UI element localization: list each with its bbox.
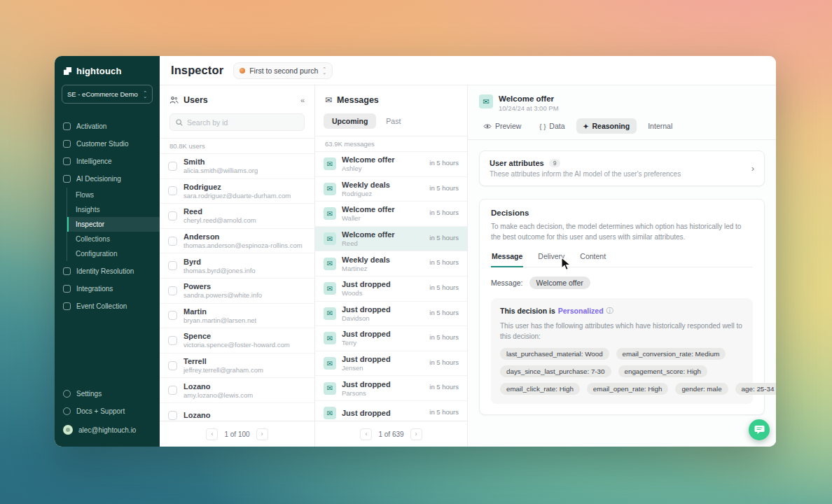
user-row[interactable]: Spencevictoria.spence@foster-howard.com — [160, 328, 314, 354]
user-row[interactable]: Lozano — [160, 403, 314, 421]
tab-preview[interactable]: Preview — [476, 118, 528, 134]
row-checkbox[interactable] — [168, 162, 177, 171]
sidebar-item-event-collection[interactable]: Event Collection — [55, 298, 160, 315]
user-row[interactable]: Rodriguezsara.rodriguez@duarte-durham.co… — [160, 179, 314, 204]
row-checkbox[interactable] — [168, 336, 177, 345]
message-info: Just droppedWoods — [342, 280, 391, 297]
prev-page-button[interactable]: ‹ — [206, 428, 218, 440]
message-row[interactable]: ✉Welcome offerWallerin 5 hours — [315, 202, 467, 227]
tab-reasoning[interactable]: ✦ Reasoning — [576, 118, 637, 134]
user-info: Martinbryan.martin@larsen.net — [183, 307, 256, 324]
tab-data[interactable]: { } Data — [532, 118, 571, 134]
tab-past[interactable]: Past — [377, 113, 409, 129]
row-checkbox[interactable] — [168, 386, 177, 395]
sidebar-item-customer-studio[interactable]: Customer Studio — [55, 135, 160, 153]
user-row[interactable]: Byrdthomas.byrd@jones.info — [160, 253, 314, 279]
user-row[interactable]: Martinbryan.martin@larsen.net — [160, 304, 314, 329]
user-email: thomas.byrd@jones.info — [183, 267, 256, 274]
user-row[interactable]: Powerssandra.powers@white.info — [160, 279, 314, 304]
row-checkbox[interactable] — [168, 186, 177, 195]
message-row[interactable]: ✉Welcome offerAshleyin 5 hours — [315, 152, 467, 177]
logo: hightouch — [55, 56, 160, 83]
message-row[interactable]: ✉Weekly dealsRodriguezin 5 hours — [315, 177, 467, 202]
sidebar-item-collections[interactable]: Collections — [67, 232, 160, 246]
braces-icon: { } — [539, 122, 546, 130]
message-info: Just droppedParsons — [342, 380, 391, 397]
next-page-button[interactable]: › — [410, 428, 422, 440]
tab-upcoming[interactable]: Upcoming — [324, 113, 376, 129]
workspace-selector[interactable]: SE - eCommerce Demo ⌃⌄ — [62, 85, 153, 104]
tab-message[interactable]: Message — [491, 249, 523, 267]
sidebar-item-activation[interactable]: Activation — [55, 118, 160, 135]
attribute-chip-row: email_click_rate: Highemail_open_rate: H… — [500, 383, 744, 395]
sidebar-item-alec-hightouch-io[interactable]: alec@hightouch.io — [55, 420, 160, 440]
message-row[interactable]: ✉Just droppedParsonsin 5 hours — [315, 376, 467, 401]
envelope-icon: ✉ — [324, 307, 336, 320]
users-panel-title: Users — [183, 95, 208, 105]
message-time: in 5 hours — [429, 330, 459, 341]
chevron-updown-icon: ⌃⌄ — [143, 91, 147, 98]
row-checkbox[interactable] — [168, 361, 177, 370]
workspace-name: SE - eCommerce Demo — [67, 90, 140, 98]
user-info: Rodriguezsara.rodriguez@duarte-durham.co… — [183, 183, 291, 200]
collapse-panel-icon[interactable]: « — [300, 96, 305, 104]
message-info: Just dropped — [342, 409, 391, 418]
info-icon[interactable]: ⓘ — [606, 306, 613, 316]
user-row[interactable]: Andersonthomas.anderson@espinoza-rollins… — [160, 229, 314, 254]
user-row[interactable]: Smithalicia.smith@williams.org — [160, 154, 314, 179]
chat-widget-button[interactable] — [749, 419, 770, 440]
sidebar-item-settings[interactable]: Settings — [55, 385, 160, 402]
user-info: Spencevictoria.spence@foster-howard.com — [183, 332, 290, 349]
row-checkbox[interactable] — [168, 211, 177, 220]
tab-delivery[interactable]: Delivery — [537, 249, 565, 267]
row-checkbox[interactable] — [168, 311, 177, 320]
sidebar-item-inspector[interactable]: Inspector — [67, 217, 160, 232]
user-email: sara.rodriguez@duarte-durham.com — [183, 192, 291, 200]
decision-type-link[interactable]: Personalized — [558, 307, 604, 315]
sidebar-item-intelligence[interactable]: Intelligence — [55, 153, 160, 170]
row-checkbox[interactable] — [168, 411, 177, 420]
sidebar-item-ai-decisioning[interactable]: AI Decisioning — [55, 170, 160, 188]
tab-content[interactable]: Content — [579, 249, 606, 267]
prev-page-button[interactable]: ‹ — [360, 428, 372, 440]
settings-icon — [63, 390, 71, 398]
sidebar-item-flows[interactable]: Flows — [67, 188, 160, 202]
sidebar-item-insights[interactable]: Insights — [67, 202, 160, 217]
user-search[interactable] — [169, 113, 305, 131]
message-info: Welcome offerReed — [342, 230, 395, 247]
user-row[interactable]: Reedcheryl.reed@arnold.com — [160, 204, 314, 229]
users-pagination: ‹ 1 of 100 › — [160, 421, 314, 447]
next-page-button[interactable]: › — [256, 428, 268, 440]
sidebar-item-integrations[interactable]: Integrations — [55, 280, 160, 298]
user-attributes-card[interactable]: User attributes 9 These attributes infor… — [479, 150, 765, 186]
message-row[interactable]: ✉Just droppedTerryin 5 hours — [315, 326, 467, 351]
message-row[interactable]: ✉Just droppedDavidsonin 5 hours — [315, 302, 467, 327]
row-checkbox[interactable] — [168, 261, 177, 270]
messages-panel-title: Messages — [337, 95, 379, 105]
search-input[interactable] — [187, 118, 298, 127]
users-panel: Users « 80.8K users Smithalicia.smith@wi… — [160, 85, 315, 447]
sidebar-item-identity-resolution[interactable]: Identity Resolution — [55, 262, 160, 280]
messages-icon: ✉ — [325, 95, 332, 105]
message-recipient: Rodriguez — [342, 190, 390, 197]
tab-internal[interactable]: Internal — [641, 118, 679, 134]
decisions-card: Decisions To make each decision, the mod… — [479, 199, 765, 415]
messages-panel: ✉ Messages Upcoming Past 63.9K messages … — [315, 85, 468, 447]
decision-tabs: Message Delivery Content — [491, 249, 753, 267]
sidebar-item-docs-support[interactable]: Docs + Support — [55, 402, 160, 420]
message-info: Welcome offerWaller — [342, 205, 395, 222]
row-checkbox[interactable] — [168, 286, 177, 295]
user-info: Smithalicia.smith@williams.org — [183, 158, 258, 174]
message-row[interactable]: ✉Just droppedin 5 hours — [315, 401, 467, 421]
envelope-icon: ✉ — [324, 183, 336, 195]
message-row[interactable]: ✉Welcome offerReedin 5 hours — [315, 227, 467, 252]
message-row[interactable]: ✉Weekly dealsMartinezin 5 hours — [315, 251, 467, 276]
user-row[interactable]: Lozanoamy.lozano@lewis.com — [160, 378, 314, 403]
messages-count: 63.9K messages — [315, 136, 467, 152]
row-checkbox[interactable] — [168, 237, 177, 246]
message-row[interactable]: ✉Just droppedJensenin 5 hours — [315, 351, 467, 377]
sidebar-item-configuration[interactable]: Configuration — [67, 246, 160, 261]
flow-selector[interactable]: First to second purch ⌃⌄ — [233, 62, 333, 79]
user-row[interactable]: Terrelljeffrey.terrell@graham.com — [160, 354, 314, 379]
message-row[interactable]: ✉Just droppedWoodsin 5 hours — [315, 276, 467, 302]
